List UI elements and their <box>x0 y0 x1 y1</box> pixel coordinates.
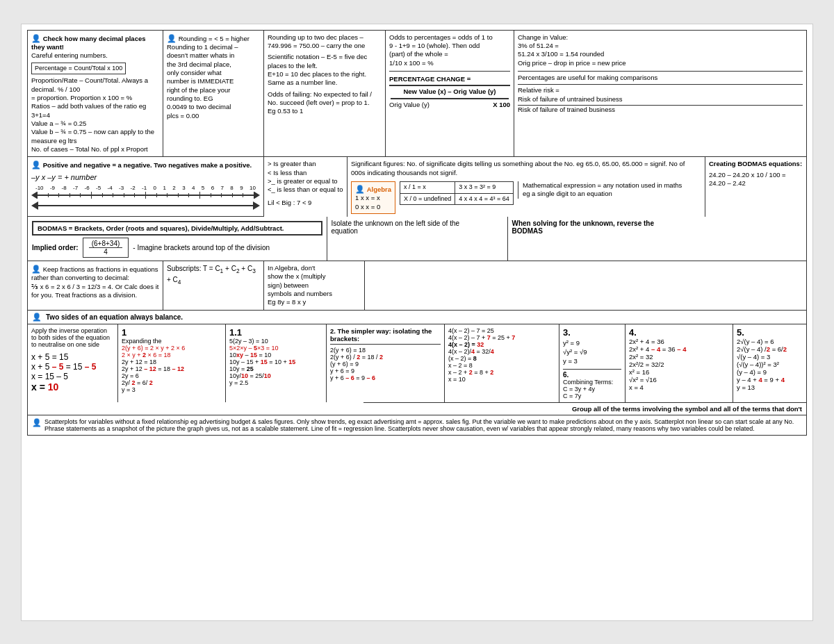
col1-l5: 2y = 6 <box>122 372 222 379</box>
r2c2-l5: Lil < Big : 7 < 9 <box>268 199 343 207</box>
c5-l5: (y – 4) = 9 <box>737 368 803 376</box>
r1c4-l3: (part) of the whole = <box>389 50 510 58</box>
col11-l1: 5(2y – 3) = 10 <box>229 338 322 345</box>
alg-label: Algebra <box>367 185 391 193</box>
implied-label: Implied order: <box>32 244 79 251</box>
inverse-cell: Apply the inverse operation to both side… <box>28 324 118 402</box>
col11-l3: 10xy – 15 = 10 <box>229 352 322 358</box>
cell-r4-empty <box>365 261 806 310</box>
r2c1-l1: Positive and negative = a negative. Two … <box>43 161 252 169</box>
r1c5-l4: Orig price – drop in price = new price <box>518 59 803 67</box>
r1c4-l2: 9 - 1+9 = 10 (whole). Then odd <box>389 42 510 50</box>
r1c1-l7: Value b – ¾ = 0.75 – now can apply to th… <box>31 128 159 145</box>
cell-r2c6: Creating BODMAS equations: 24.20 – 24.20… <box>705 157 806 217</box>
r2c6-l2: 24.20 – 24.20 x 10 / 100 = <box>709 171 803 179</box>
c4-l7: x = 4 <box>629 383 729 391</box>
cell-r2c2: > Is greater than < Is less than >_ is g… <box>264 157 348 217</box>
r1c2-l2: Rounding to 1 decimal – <box>167 43 260 51</box>
row1: 👤 Check how many decimal places they wan… <box>27 30 807 157</box>
step3: x = 15 – 5 <box>31 372 114 381</box>
implied-note: - Imagine brackets around top of the div… <box>133 244 270 251</box>
r1c1-line1: Check how many decimal places they want! <box>31 35 145 51</box>
person-icon-scatter: 👤 <box>32 418 42 427</box>
r1c1-l4: = proportion. Proportion x 100 = % <box>31 94 159 102</box>
pct-formula: New Value (x) – Orig Value (y) <box>403 88 496 96</box>
isolate-l1: Isolate the unknown on the left side of … <box>332 220 503 227</box>
r2c3-l2: 000s indicating thousands not signif. <box>351 169 701 177</box>
col3-ld: 4(x – 2)/4 = 32/4 <box>448 348 555 355</box>
r1c3-l4: places to the left. <box>268 62 382 70</box>
c5-l1: 2√(y – 4) = 6 <box>737 338 803 345</box>
c3-y2: y² = 9 <box>563 339 621 347</box>
group-label: Group all of the terms involving the sym… <box>363 402 806 415</box>
r1c3-l3: Scientific notation – E-5 = five dec <box>268 53 382 61</box>
col2-l1: 2(y + 6) = 18 <box>330 347 441 354</box>
c4-l6: √x² = √16 <box>629 376 729 383</box>
alg-l2: 0 x x = 0 <box>355 203 391 211</box>
r2c5-l2: eg a single digit to an equation <box>523 190 682 198</box>
col5-num: 5. <box>737 327 803 338</box>
cell-r1c2: 👤 Rounding = < 5 = higher Rounding to 1 … <box>163 31 264 157</box>
col3-le: (x – 2) = 8 <box>448 355 555 362</box>
alg-l1: 1 x x = x <box>355 194 391 202</box>
col1-l6: 2y/ 2 = 6/ 2 <box>122 379 222 386</box>
c4-l4: 2x²/2 = 32/2 <box>629 361 729 368</box>
r1c5-l7: Risk of failure of untrained business <box>518 95 803 106</box>
row2: 👤 Positive and negative = a negative. Tw… <box>27 156 807 217</box>
algebra-section: 👤 Algebra 1 x x = x 0 x x = 0 x / 1 = x … <box>351 181 701 214</box>
col6-l2: C = 7y <box>563 393 621 399</box>
nl-numbers: -10-9-8-7-6-5-4-3-2-1012345678910 <box>31 185 260 192</box>
step4: x = 10 <box>31 381 114 393</box>
r1c1-pctbox: Percentage = Count/Total x 100 <box>31 63 126 75</box>
isolate-cell: Isolate the unknown on the left side of … <box>327 217 508 261</box>
r4c2-l1: Subscripts: T = C1 + C2 + C3 + C4 <box>167 264 260 286</box>
r1c1-l8: No. of cases – Total No. of ppl x Propor… <box>31 145 159 154</box>
col3-num: 3. <box>563 327 621 338</box>
c5-l3: √(y – 4) = 3 <box>737 353 803 361</box>
pct-x100: X 100 <box>493 101 510 109</box>
pct-denom: Orig Value (y) <box>389 101 430 109</box>
col3-cell: 4(x – 2) – 7 = 25 4(x – 2) – 7 + 7 = 25 … <box>445 324 559 402</box>
implied-row: Implied order: (6+8+34) 4 - Imagine brac… <box>32 238 322 258</box>
col1-l4: 2y + 12 – 12 = 18 – 12 <box>122 365 222 372</box>
cell-r4c3: In Algebra, don't show the x (multiply s… <box>264 261 365 310</box>
number-line-area: -10-9-8-7-6-5-4-3-2-1012345678910 <box>31 185 260 210</box>
r2c2-l3: >_ is greater or equal to <box>268 177 343 185</box>
col2-l5: y + 6 – 6 = 9 – 6 <box>330 374 441 381</box>
c4-l1: 2x² + 4 = 36 <box>629 338 729 345</box>
r1c4-l4: 1/10 x 100 = % <box>389 59 510 67</box>
col6-cell-inner: 6. Combining Terms: C = 3y + 4y C = 7y <box>563 369 621 399</box>
step2: x + 5 – 5 = 15 – 5 <box>31 362 114 372</box>
r1c5-l5: Percentages are useful for making compar… <box>518 71 803 82</box>
nl-left-arrow <box>31 192 37 199</box>
col2-l4: y + 6 = 9 <box>330 368 441 374</box>
r1c2-l6: number is IMMEDIATE <box>167 77 260 85</box>
col1-l3: 2y + 12 = 18 <box>122 358 222 365</box>
main-page: 👤 Check how many decimal places they wan… <box>21 24 813 621</box>
col6-sub: Combining Terms: <box>563 379 621 386</box>
cell-r1c5: Change in Value: 3% of 51.24 = 51.24 x 3… <box>514 31 806 157</box>
r4c1-l4: for you. Treat fractions as a division. <box>31 291 159 299</box>
col4-cell: 4. 2x² + 4 = 36 2x² + 4 – 4 = 36 – 4 2x²… <box>626 324 733 402</box>
bodmas-main: BODMAS = Brackets, Order (roots and squa… <box>28 217 327 261</box>
r2c6-l1: Creating BODMAS equations: <box>709 160 803 168</box>
c3-sqy: √y² = √9 <box>563 348 621 356</box>
r2c2-l1: > Is greater than <box>268 160 343 168</box>
r2c2-l2: < Is less than <box>268 169 343 177</box>
r1c2-l1: Rounding = < 5 = higher <box>179 35 250 42</box>
r1c1-l6: Value a – ¾ = 0.25 <box>31 119 159 128</box>
r1c2-l5: only consider what <box>167 69 260 77</box>
step1: x + 5 = 15 <box>31 352 114 362</box>
nl-line <box>37 195 254 196</box>
r2c3-l1: Significant figures: No. of significate … <box>351 160 701 168</box>
col2-l3: (y + 6) = 9 <box>330 361 441 368</box>
r1c3-l7: Odds of failing: No expected to fail / <box>268 90 382 99</box>
col1-header: Expanding the <box>122 338 222 345</box>
bodmas-label: BODMAS = Brackets, Order (roots and squa… <box>32 221 322 236</box>
row5: 👤 Two sides of an equation always balanc… <box>27 310 807 415</box>
col11-cell: 1.1 5(2y – 3) = 10 5×2×y – 5×3 = 10 10xy… <box>226 324 327 402</box>
pct-header: PERCENTAGE CHANGE = <box>389 75 510 86</box>
alg-r1c2: 3 x 3 = 3² = 9 <box>455 182 514 194</box>
col2-l2: 2(y + 6) / 2 = 18 / 2 <box>330 354 441 361</box>
r4c3-l2: show the x (multiply <box>268 272 361 281</box>
